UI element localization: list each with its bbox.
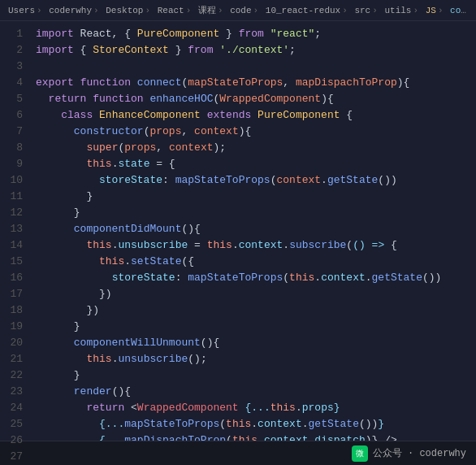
code-line: export function connect(mapStateToProps,… [36,75,470,91]
code-line: storeState: mapStateToProps(context.getS… [36,172,470,189]
code-line: storeState: mapStateToProps(this.context… [36,270,470,286]
code-line: this.unsubscribe(); [36,351,470,367]
code-line: super(props, context); [36,140,470,156]
code-line: return function enhanceHOC(WrappedCompon… [36,91,470,107]
code-line: this.unsubscribe = this.context.subscrib… [36,237,470,254]
code-line: {...mapDispachToProp(this.context.dispat… [36,432,470,441]
code-line: } [36,367,470,384]
code-line: import React, { PureComponent } from "re… [36,26,470,42]
code-line: class EnhanceComponent extends PureCompo… [36,107,470,124]
code-line: }) [36,286,470,302]
code-line: } [36,205,470,221]
code-line: }) [36,302,470,319]
line-numbers: 1234567891011121314151617181920212223242… [0,21,29,441]
wechat-icon: 微 [352,445,368,462]
code-line: } [36,319,470,335]
code-line: render(){ [36,384,470,400]
watermark: 微 公众号 · coderwhy [352,445,466,462]
code-content[interactable]: import React, { PureComponent } from "re… [29,21,476,441]
code-line [36,59,470,75]
watermark-text: 公众号 · coderwhy [373,446,466,460]
code-line: componentDidMount(){ [36,221,470,237]
code-line: this.setState({ [36,254,470,270]
bottom-bar: 微 公众号 · coderwhy [0,441,476,465]
code-line: this.state = { [36,156,470,172]
code-line: constructor(props, context){ [36,124,470,140]
code-editor: 1234567891011121314151617181920212223242… [0,21,476,441]
code-line: } [36,189,470,205]
code-line: return <WrappedComponent {...this.props} [36,400,470,416]
code-line: {...mapStateToProps(this.context.getStat… [36,416,470,432]
breadcrumb: Users› coderwhy› Desktop› React› 课程› cod… [0,0,476,21]
code-line: componentWillUnmount(){ [36,335,470,351]
code-line: import { StoreContext } from './context'… [36,42,470,59]
